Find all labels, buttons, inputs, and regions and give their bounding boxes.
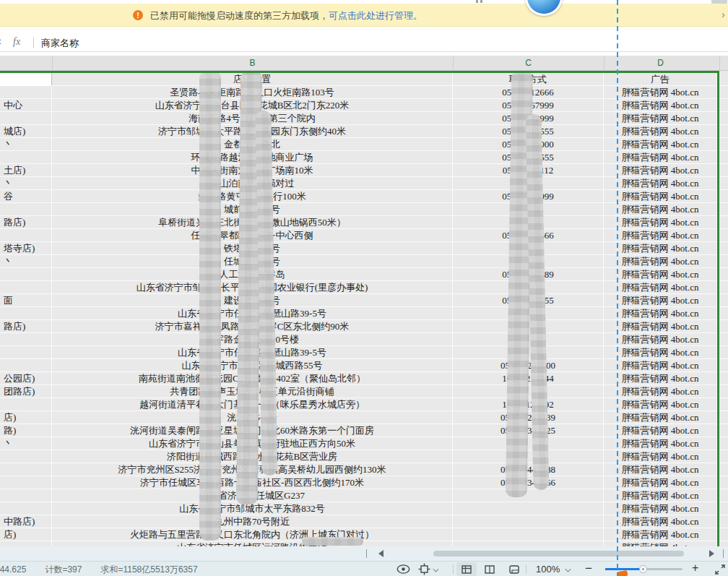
zoom-out-button[interactable]: − xyxy=(585,562,592,576)
cell-contact[interactable] xyxy=(453,450,604,463)
cell-contact[interactable]: 0537-2343666 xyxy=(453,476,604,489)
cell-ad[interactable]: 胖猫营销网 4bot.cn xyxy=(604,476,717,489)
cell-ad[interactable]: 胖猫营销网 4bot.cn xyxy=(604,203,717,216)
cell-ad[interactable]: 胖猫营销网 4bot.cn xyxy=(604,346,717,359)
zoom-in-button[interactable]: + xyxy=(692,562,698,575)
cell-merchant-fragment[interactable]: 城店) xyxy=(0,125,52,138)
cell-ad[interactable]: 胖猫营销网 4bot.cn xyxy=(604,268,717,281)
cell-ad[interactable]: 胖猫营销网 4bot.cn xyxy=(604,385,717,398)
cell-ad[interactable]: 胖猫营销网 4bot.cn xyxy=(604,398,717,411)
cell-merchant-fragment[interactable] xyxy=(0,307,52,320)
cell-ad[interactable]: 胖猫营销网 4bot.cn xyxy=(604,489,717,502)
cancel-icon[interactable]: ✕ xyxy=(0,37,2,47)
cell-merchant-fragment[interactable]: 土店) xyxy=(0,164,52,177)
cell-merchant-fragment[interactable]: 中路店) xyxy=(0,515,52,528)
formula-input[interactable]: 商家名称 xyxy=(41,37,79,50)
cell-ad[interactable]: 胖猫营销网 4bot.cn xyxy=(604,151,717,164)
cell-contact[interactable] xyxy=(453,489,604,502)
eye-icon[interactable] xyxy=(395,562,411,576)
cell-merchant-fragment[interactable]: 谷 xyxy=(0,190,52,203)
cell-contact[interactable] xyxy=(453,541,604,546)
cell-store-location[interactable]: 山东省济宁市任城区运河路沿街商铺 xyxy=(52,541,453,546)
cell-store-location[interactable]: 山东省济宁市邹城市太平东路832号 xyxy=(52,502,453,515)
cell-merchant-fragment[interactable]: 丶 xyxy=(0,177,52,190)
cell-merchant-fragment[interactable] xyxy=(0,476,52,489)
cell-store-location[interactable]: 火炬路与五里营路交叉口东北角院内（济洲上城东门对过） xyxy=(52,528,453,541)
scroll-thumb[interactable] xyxy=(433,551,684,556)
cell-ad[interactable]: 胖猫营销网 4bot.cn xyxy=(604,502,717,515)
cell-contact[interactable]: 0537-3447788 xyxy=(453,463,604,476)
cell-ad[interactable]: 胖猫营销网 4bot.cn xyxy=(604,125,717,138)
cell-merchant-fragment[interactable]: 丶 xyxy=(0,138,52,151)
notification-collapse-icon[interactable]: › xyxy=(722,8,725,20)
cell-ad[interactable]: 胖猫营销网 4bot.cn xyxy=(604,320,717,333)
cell-ad[interactable]: 胖猫营销网 4bot.cn xyxy=(604,411,717,424)
cell-ad[interactable]: 胖猫营销网 4bot.cn xyxy=(604,190,717,203)
scroll-left-arrow[interactable] xyxy=(378,550,384,557)
notification-manage-link[interactable]: 可点击此处进行管理。 xyxy=(329,10,422,21)
cell-contact[interactable]: 0537-2342225 xyxy=(453,424,604,437)
cell-ad[interactable]: 广告 xyxy=(604,73,717,86)
cell-ad[interactable]: 胖猫营销网 4bot.cn xyxy=(604,138,717,151)
cell-merchant-fragment[interactable] xyxy=(0,541,52,546)
view-mode-split-button[interactable] xyxy=(480,562,500,576)
cell-ad[interactable]: 胖猫营销网 4bot.cn xyxy=(604,229,717,242)
column-header-d[interactable]: D xyxy=(604,58,717,68)
horizontal-scrollbar[interactable] xyxy=(0,546,728,561)
cell-ad[interactable]: 胖猫营销网 4bot.cn xyxy=(604,164,717,177)
cell-ad[interactable]: 胖猫营销网 4bot.cn xyxy=(604,281,717,294)
cell-merchant-fragment[interactable]: 路店) xyxy=(0,320,52,333)
cell-merchant-fragment[interactable] xyxy=(0,359,52,372)
cell-merchant-fragment[interactable] xyxy=(0,398,52,411)
zoom-caret-icon[interactable] xyxy=(566,567,571,572)
cell-merchant-fragment[interactable] xyxy=(0,203,52,216)
cell-merchant-fragment[interactable] xyxy=(0,346,52,359)
cell-merchant-fragment[interactable] xyxy=(0,502,52,515)
cell-ad[interactable]: 胖猫营销网 4bot.cn xyxy=(604,437,717,450)
cell-merchant-fragment[interactable]: 丶 xyxy=(0,255,52,268)
cell-merchant-fragment[interactable] xyxy=(0,229,52,242)
column-header-b[interactable]: B xyxy=(52,58,453,68)
zoom-level[interactable]: 100% xyxy=(536,564,560,575)
cell-ad[interactable]: 胖猫营销网 4bot.cn xyxy=(604,112,717,125)
cell-ad[interactable]: 胖猫营销网 4bot.cn xyxy=(604,242,717,255)
fx-icon[interactable]: fx xyxy=(13,36,20,48)
cell-ad[interactable]: 胖猫营销网 4bot.cn xyxy=(604,307,717,320)
cell-ad[interactable]: 胖猫营销网 4bot.cn xyxy=(604,333,717,346)
cell-contact[interactable] xyxy=(453,515,604,528)
cell-ad[interactable]: 胖猫营销网 4bot.cn xyxy=(604,359,717,372)
cell-store-location[interactable]: 九州中路70号附近 xyxy=(52,515,453,528)
cell-merchant-fragment[interactable] xyxy=(0,463,52,476)
cell-merchant-fragment[interactable] xyxy=(0,112,52,125)
cell-ad[interactable]: 胖猫营销网 4bot.cn xyxy=(604,86,717,99)
cell-ad[interactable]: 胖猫营销网 4bot.cn xyxy=(604,294,717,307)
cell-ad[interactable]: 胖猫营销网 4bot.cn xyxy=(604,177,717,190)
cell-contact[interactable] xyxy=(453,437,604,450)
cell-ad[interactable]: 胖猫营销网 4bot.cn xyxy=(604,541,717,546)
cell-merchant-fragment[interactable] xyxy=(0,450,52,463)
cell-contact[interactable] xyxy=(453,528,604,541)
view-mode-normal-button[interactable] xyxy=(456,562,477,576)
cell-merchant-fragment[interactable] xyxy=(0,489,52,502)
cell-ad[interactable]: 胖猫营销网 4bot.cn xyxy=(604,372,717,385)
cell-merchant-fragment[interactable]: 中心 xyxy=(0,99,52,112)
cell-ad[interactable]: 胖猫营销网 4bot.cn xyxy=(604,255,717,268)
cell-merchant-fragment[interactable]: 面 xyxy=(0,294,52,307)
cell-merchant-fragment[interactable]: 路) xyxy=(0,424,52,437)
cell-ad[interactable]: 胖猫营销网 4bot.cn xyxy=(604,216,717,229)
cell-merchant-fragment[interactable] xyxy=(0,333,52,346)
cell-merchant-fragment[interactable] xyxy=(0,268,52,281)
cell-merchant-fragment[interactable] xyxy=(0,86,52,99)
cell-merchant-fragment[interactable]: 团路店) xyxy=(0,385,52,398)
column-header-c[interactable]: C xyxy=(453,58,604,68)
cell-ad[interactable]: 胖猫营销网 4bot.cn xyxy=(604,515,717,528)
cell-ad[interactable]: 胖猫营销网 4bot.cn xyxy=(604,424,717,437)
cell-ad[interactable]: 胖猫营销网 4bot.cn xyxy=(604,528,717,541)
scroll-right-arrow[interactable] xyxy=(709,550,714,557)
cell-contact[interactable] xyxy=(453,502,604,515)
zoom-slider-thumb[interactable] xyxy=(639,565,647,573)
cell-ad[interactable]: 胖猫营销网 4bot.cn xyxy=(604,463,717,476)
cell-ad[interactable]: 胖猫营销网 4bot.cn xyxy=(604,99,717,112)
view-mode-page-button[interactable] xyxy=(504,562,524,576)
cell-merchant-fragment[interactable]: 路店) xyxy=(0,216,52,229)
